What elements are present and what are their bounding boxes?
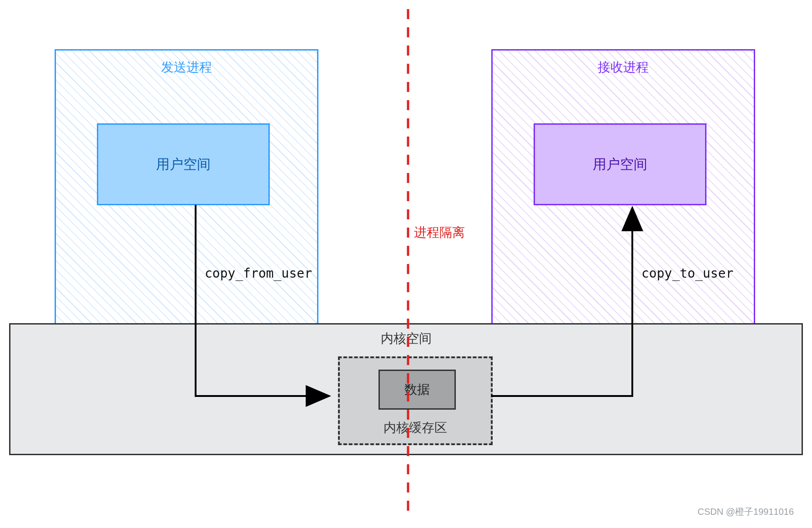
receiver-user-space-label: 用户空间 <box>593 155 647 174</box>
data-box: 数据 <box>378 370 456 410</box>
watermark: CSDN @橙子19911016 <box>697 506 794 518</box>
sender-title: 发送进程 <box>56 59 317 76</box>
process-isolation-label: 进程隔离 <box>414 225 465 239</box>
sender-user-space: 用户空间 <box>97 123 270 205</box>
receiver-title: 接收进程 <box>493 59 754 76</box>
kernel-buffer-box: 数据 内核缓存区 <box>338 356 493 445</box>
kernel-title: 内核空间 <box>10 330 802 347</box>
sender-user-space-label: 用户空间 <box>156 155 211 174</box>
kernel-buffer-label: 内核缓存区 <box>340 419 491 437</box>
kernel-space-box: 内核空间 数据 内核缓存区 <box>9 323 803 455</box>
receiver-user-space: 用户空间 <box>534 123 706 205</box>
data-label: 数据 <box>404 381 430 398</box>
diagram-root: 发送进程 用户空间 接收进程 用户空间 内核空间 数据 内核缓存区 进程隔离 <box>0 0 812 528</box>
